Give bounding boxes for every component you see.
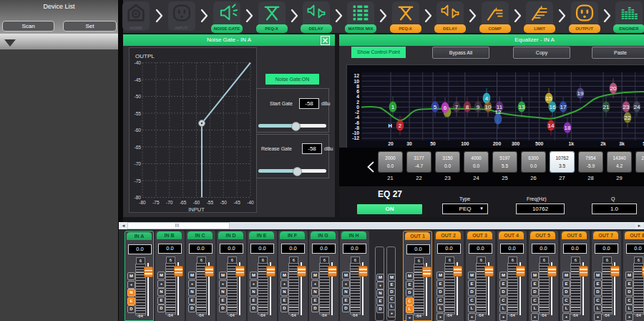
svg-text:H: H — [389, 123, 392, 129]
svg-text:INPUT: INPUT — [188, 206, 205, 213]
svg-text:8: 8 — [466, 104, 469, 110]
svg-text:-55: -55 — [135, 111, 142, 116]
svg-text:-8: -8 — [355, 125, 359, 130]
svg-text:16: 16 — [550, 104, 556, 110]
svg-text:17: 17 — [560, 104, 567, 110]
svg-text:0: 0 — [356, 105, 359, 110]
svg-text:50: 50 — [430, 141, 436, 146]
svg-text:22: 22 — [625, 115, 631, 121]
svg-text:18: 18 — [565, 125, 571, 131]
svg-text:300: 300 — [512, 141, 520, 146]
svg-text:15: 15 — [546, 95, 552, 102]
svg-text:20: 20 — [388, 141, 394, 146]
svg-text:10: 10 — [485, 104, 492, 110]
svg-text:-70: -70 — [166, 200, 173, 205]
svg-text:6: 6 — [356, 89, 359, 94]
svg-text:12: 12 — [495, 109, 502, 115]
svg-text:-75: -75 — [152, 200, 160, 205]
svg-text:1k: 1k — [569, 141, 575, 146]
svg-text:-80: -80 — [139, 200, 146, 205]
svg-text:-55: -55 — [207, 200, 214, 205]
svg-text:-40: -40 — [135, 60, 142, 65]
svg-text:24: 24 — [634, 104, 640, 110]
svg-text:-10: -10 — [352, 130, 359, 135]
svg-text:-75: -75 — [135, 178, 142, 183]
svg-text:4: 4 — [356, 94, 359, 99]
svg-text:-12: -12 — [352, 135, 359, 140]
svg-text:-60: -60 — [193, 200, 200, 205]
svg-text:12: 12 — [353, 73, 359, 78]
svg-text:200: 200 — [493, 141, 502, 146]
svg-text:2: 2 — [399, 123, 402, 129]
svg-text:4: 4 — [485, 95, 489, 102]
svg-text:-70: -70 — [135, 161, 142, 166]
svg-text:-4: -4 — [355, 115, 359, 120]
svg-text:19: 19 — [577, 90, 584, 97]
svg-text:-40: -40 — [247, 200, 254, 205]
svg-text:-2: -2 — [355, 110, 359, 115]
svg-text:1: 1 — [391, 104, 395, 110]
svg-text:OUTPL: OUTPL — [135, 53, 155, 59]
svg-text:10: 10 — [353, 79, 359, 84]
svg-text:8: 8 — [356, 84, 359, 89]
svg-text:3k: 3k — [619, 141, 625, 146]
svg-text:-6: -6 — [355, 120, 359, 125]
svg-text:-45: -45 — [233, 200, 240, 205]
svg-text:-45: -45 — [135, 77, 142, 82]
svg-text:5: 5 — [434, 104, 437, 110]
svg-text:30: 30 — [406, 141, 412, 146]
svg-text:-50: -50 — [220, 200, 227, 205]
svg-text:13: 13 — [519, 104, 525, 110]
svg-text:500: 500 — [535, 141, 544, 146]
svg-text:9: 9 — [477, 104, 480, 110]
svg-text:2: 2 — [356, 100, 359, 105]
svg-text:14: 14 — [548, 123, 555, 129]
svg-text:-65: -65 — [180, 200, 187, 205]
svg-text:-65: -65 — [135, 145, 142, 150]
svg-text:7: 7 — [455, 104, 459, 110]
svg-text:21: 21 — [603, 104, 610, 110]
svg-text:20: 20 — [610, 85, 617, 92]
svg-text:23: 23 — [623, 104, 630, 110]
svg-text:2k: 2k — [600, 141, 606, 146]
svg-text:-50: -50 — [135, 94, 142, 99]
svg-text:6: 6 — [444, 105, 447, 111]
svg-text:-60: -60 — [135, 128, 142, 133]
svg-text:100: 100 — [461, 141, 469, 146]
